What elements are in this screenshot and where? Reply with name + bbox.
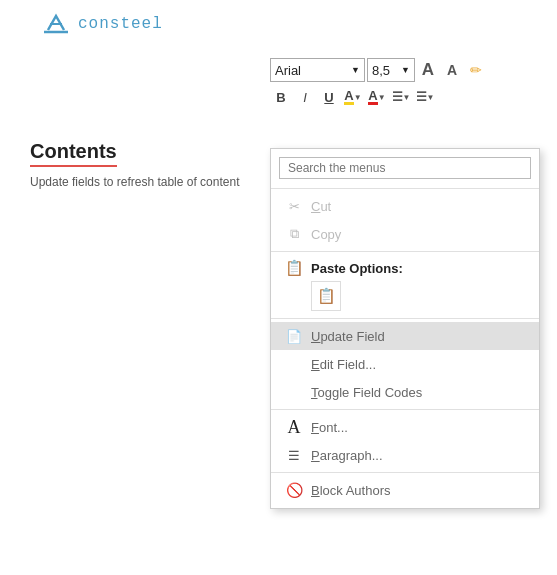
context-menu: ✂ Cut ⧉ Copy 📋 Paste Options: 📋 📄 Update…: [270, 148, 540, 509]
font-shrink-button[interactable]: A: [441, 59, 463, 81]
menu-divider-4: [271, 409, 539, 410]
logo-text: consteel: [78, 15, 163, 33]
toggle-field-icon: [285, 383, 303, 401]
menu-item-cut[interactable]: ✂ Cut: [271, 192, 539, 220]
paste-icon: 📋: [285, 259, 303, 277]
italic-button[interactable]: I: [294, 86, 316, 108]
list2-dropdown-icon[interactable]: ▼: [427, 93, 435, 102]
font-name-dropdown-icon[interactable]: ▼: [351, 65, 360, 75]
cut-label: Cut: [311, 199, 525, 214]
menu-item-font[interactable]: A Font...: [271, 413, 539, 441]
font-label: Font...: [311, 420, 525, 435]
font-toolbar: Arial ▼ 8,5 ▼ A A ✏: [270, 58, 487, 82]
format-toolbar: B I U A ▼ A ▼ ☰ ▼ ☰ ▼: [270, 86, 436, 108]
edit-field-label: Edit Field...: [311, 357, 525, 372]
clear-format-button[interactable]: ✏: [465, 59, 487, 81]
edit-field-icon: [285, 355, 303, 373]
highlight-button[interactable]: A ▼: [342, 86, 364, 108]
menu-item-update-field[interactable]: 📄 Update Field: [271, 322, 539, 350]
menu-divider-5: [271, 472, 539, 473]
font-size-select[interactable]: 8,5 ▼: [367, 58, 415, 82]
logo-area: consteel: [40, 10, 163, 38]
logo-icon: [40, 10, 72, 38]
paste-options-label: 📋 Paste Options:: [285, 259, 525, 277]
block-authors-label: Block Authors: [311, 483, 525, 498]
paste-icon-area: 📋: [271, 279, 539, 315]
menu-divider-2: [271, 251, 539, 252]
list1-dropdown-icon[interactable]: ▼: [403, 93, 411, 102]
font-name-value: Arial: [275, 63, 301, 78]
doc-title: Contents: [30, 140, 117, 167]
menu-search-input[interactable]: [279, 157, 531, 179]
paste-keep-format-button[interactable]: 📋: [311, 281, 341, 311]
menu-item-block-authors[interactable]: 🚫 Block Authors: [271, 476, 539, 504]
list-button-2[interactable]: ☰ ▼: [414, 86, 436, 108]
bold-button[interactable]: B: [270, 86, 292, 108]
menu-item-toggle-field[interactable]: Toggle Field Codes: [271, 378, 539, 406]
scissors-icon: ✂: [285, 197, 303, 215]
highlight-dropdown-icon[interactable]: ▼: [354, 93, 362, 102]
block-authors-icon: 🚫: [285, 481, 303, 499]
menu-item-paragraph[interactable]: ☰ Paragraph...: [271, 441, 539, 469]
font-size-value: 8,5: [372, 63, 390, 78]
font-icon: A: [285, 418, 303, 436]
paragraph-label: Paragraph...: [311, 448, 525, 463]
copy-icon: ⧉: [285, 225, 303, 243]
font-name-select[interactable]: Arial ▼: [270, 58, 365, 82]
toggle-field-label: Toggle Field Codes: [311, 385, 525, 400]
underline-button[interactable]: U: [318, 86, 340, 108]
menu-item-copy[interactable]: ⧉ Copy: [271, 220, 539, 248]
copy-label: Copy: [311, 227, 525, 242]
menu-item-edit-field[interactable]: Edit Field...: [271, 350, 539, 378]
update-field-label: Update Field: [311, 329, 525, 344]
paste-keep-format-icon: 📋: [317, 287, 336, 305]
font-color-dropdown-icon[interactable]: ▼: [378, 93, 386, 102]
paragraph-icon: ☰: [285, 446, 303, 464]
paste-options-section: 📋 Paste Options:: [271, 255, 539, 279]
update-field-icon: 📄: [285, 327, 303, 345]
font-grow-button[interactable]: A: [417, 59, 439, 81]
menu-divider-1: [271, 188, 539, 189]
menu-divider-3: [271, 318, 539, 319]
font-color-button[interactable]: A ▼: [366, 86, 388, 108]
font-size-dropdown-icon[interactable]: ▼: [401, 65, 410, 75]
list-button-1[interactable]: ☰ ▼: [390, 86, 412, 108]
